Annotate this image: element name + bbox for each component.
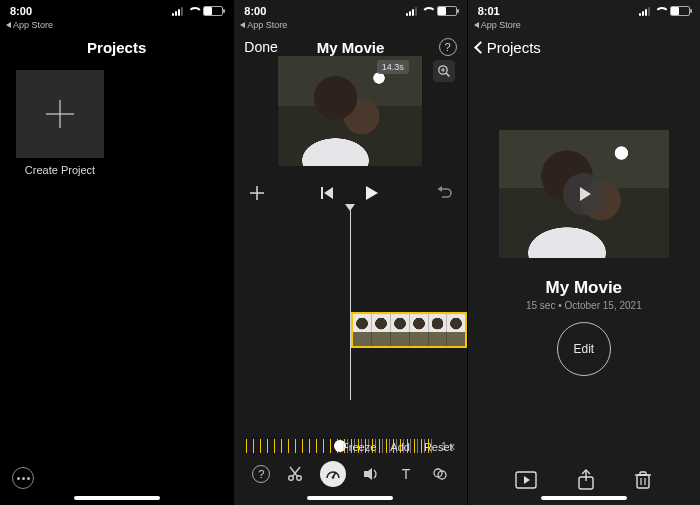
status-bar: 8:00 <box>234 0 466 20</box>
play-icon <box>574 184 594 204</box>
back-label: Projects <box>487 39 541 56</box>
share-icon <box>577 469 595 491</box>
play-overlay[interactable] <box>563 173 605 215</box>
svg-marker-24 <box>524 476 530 484</box>
skip-start-icon <box>319 185 335 201</box>
chevron-left-icon <box>474 41 487 54</box>
project-meta: 15 sec • October 15, 2021 <box>468 300 700 311</box>
play-rect-icon <box>515 471 537 489</box>
volume-tool[interactable] <box>362 465 380 483</box>
breadcrumb[interactable]: App Store <box>474 20 521 30</box>
undo-button[interactable] <box>435 184 453 202</box>
done-button[interactable]: Done <box>244 32 277 62</box>
bottom-actions <box>468 469 700 491</box>
wifi-icon <box>654 7 666 16</box>
speedometer-icon <box>324 465 342 483</box>
cell-signal-icon <box>639 7 650 16</box>
timeline-clip[interactable] <box>351 312 466 348</box>
speed-subtoolbar: Freeze Add Reset <box>342 441 453 453</box>
svg-text:T: T <box>401 466 410 482</box>
create-project-tile[interactable] <box>16 70 104 158</box>
plus-icon <box>43 97 77 131</box>
breadcrumb-label: App Store <box>13 20 53 30</box>
cell-signal-icon <box>406 7 417 16</box>
svg-marker-11 <box>437 186 442 192</box>
scissors-icon <box>286 465 304 483</box>
share-button[interactable] <box>577 469 595 491</box>
create-project-label: Create Project <box>16 164 104 176</box>
nav-bar: Projects <box>468 32 700 62</box>
screen-editor: 8:00 App Store Done My Movie ? 14.3s <box>233 0 466 505</box>
svg-marker-18 <box>364 468 372 480</box>
go-to-start-button[interactable] <box>319 185 335 201</box>
nav-title: My Movie <box>317 39 385 56</box>
freeze-button[interactable]: Freeze <box>342 441 376 453</box>
back-caret-icon <box>6 22 11 28</box>
more-button[interactable] <box>12 467 34 489</box>
home-indicator[interactable] <box>307 496 393 500</box>
undo-icon <box>435 184 453 202</box>
home-indicator[interactable] <box>541 496 627 500</box>
svg-line-3 <box>446 73 449 76</box>
svg-marker-10 <box>366 186 378 200</box>
magnify-plus-icon <box>437 64 451 78</box>
back-caret-icon <box>240 22 245 28</box>
trash-icon <box>634 470 652 490</box>
zoom-button[interactable] <box>433 60 455 82</box>
edit-button[interactable]: Edit <box>557 322 611 376</box>
breadcrumb[interactable]: App Store <box>6 20 53 30</box>
delete-button[interactable] <box>634 470 652 490</box>
battery-icon <box>670 6 690 16</box>
project-thumbnail[interactable] <box>499 130 669 258</box>
play-icon <box>361 183 381 203</box>
wifi-icon <box>421 7 433 16</box>
speed-tool[interactable] <box>320 461 346 487</box>
screen-projects: 8:00 App Store Projects Create Project <box>0 0 233 505</box>
breadcrumb-label: App Store <box>481 20 521 30</box>
filters-tool[interactable] <box>431 465 449 483</box>
titles-tool[interactable]: T <box>397 465 415 483</box>
svg-marker-9 <box>324 187 333 199</box>
back-caret-icon <box>474 22 479 28</box>
home-indicator[interactable] <box>74 496 160 500</box>
nav-title: Projects <box>87 39 146 56</box>
breadcrumb-label: App Store <box>247 20 287 30</box>
status-bar: 8:01 <box>468 0 700 20</box>
status-time: 8:00 <box>10 5 32 17</box>
screen-project-detail: 8:01 App Store Projects My Movie 15 sec … <box>467 0 700 505</box>
nav-bar: Projects <box>0 32 233 62</box>
status-indicators <box>172 6 223 16</box>
svg-rect-27 <box>637 475 649 488</box>
play-button[interactable] <box>361 183 381 203</box>
breadcrumb[interactable]: App Store <box>240 20 287 30</box>
playhead[interactable] <box>350 210 351 400</box>
clip-duration-pill: 14.3s <box>377 60 409 74</box>
help-button[interactable]: ? <box>439 32 457 62</box>
editor-help-button[interactable]: ? <box>252 465 270 483</box>
question-icon: ? <box>439 38 457 56</box>
editor-toolbar: ? T <box>234 457 466 491</box>
svg-rect-8 <box>321 187 323 199</box>
wifi-icon <box>187 7 199 16</box>
status-time: 8:01 <box>478 5 500 17</box>
add-media-button[interactable] <box>248 184 266 202</box>
status-indicators <box>406 6 457 16</box>
volume-icon <box>362 465 380 483</box>
svg-rect-29 <box>640 472 646 475</box>
back-button[interactable]: Projects <box>476 39 541 56</box>
cut-tool[interactable] <box>286 465 304 483</box>
project-title: My Movie <box>468 278 700 298</box>
add-freeze-button[interactable]: Add <box>390 441 410 453</box>
status-time: 8:00 <box>244 5 266 17</box>
battery-icon <box>437 6 457 16</box>
play-project-button[interactable] <box>515 471 537 489</box>
status-indicators <box>639 6 690 16</box>
svg-marker-22 <box>580 187 591 201</box>
reset-speed-button[interactable]: Reset <box>424 441 453 453</box>
plus-icon <box>248 184 266 202</box>
cell-signal-icon <box>172 7 183 16</box>
svg-point-17 <box>332 476 335 479</box>
battery-icon <box>203 6 223 16</box>
filters-icon <box>431 465 449 483</box>
text-icon: T <box>397 465 415 483</box>
